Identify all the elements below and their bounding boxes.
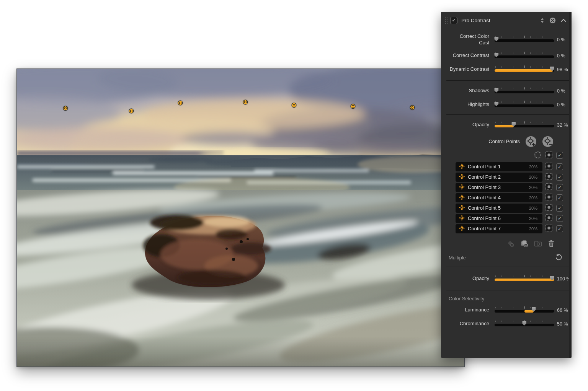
control-point-strength: 20%	[529, 226, 537, 231]
control-point-checkbox[interactable]: ✓	[556, 163, 563, 170]
control-point-move-icon	[459, 225, 465, 232]
slider-value: 32 %	[557, 122, 576, 128]
selection-circle-icon[interactable]	[534, 151, 542, 160]
add-control-point-button[interactable]	[525, 136, 537, 147]
filter-opacity-slider[interactable]	[495, 275, 554, 283]
control-point-markers-layer	[17, 69, 464, 367]
duplicate-control-point-icon[interactable]	[507, 240, 514, 248]
control-point-move-icon	[459, 163, 465, 170]
control-point-name: Control Point 7	[468, 226, 501, 231]
delete-control-point-icon[interactable]	[548, 240, 555, 248]
control-point-name: Control Point 6	[468, 215, 501, 221]
chrominance-slider[interactable]	[495, 320, 554, 328]
luminance-slider[interactable]	[495, 306, 554, 314]
slider-value: 0 %	[557, 102, 576, 108]
control-point-row[interactable]: Control Point 4 20% ✓	[456, 193, 563, 202]
control-point-marker[interactable]	[63, 106, 68, 111]
control-point-checkbox[interactable]: ✓	[556, 215, 563, 222]
slider-row-correct-contrast: Correct Contrast 0 %	[441, 52, 572, 60]
control-point-checkbox[interactable]: ✓	[556, 205, 563, 212]
control-point-move-icon	[459, 205, 465, 212]
remove-control-point-button[interactable]	[542, 136, 554, 147]
control-point-checkbox[interactable]: ✓	[556, 184, 563, 191]
slider-label: Highlights	[449, 101, 489, 108]
correct-color-cast-slider[interactable]	[495, 36, 554, 44]
pro-contrast-panel: ✓ Pro Contrast Correct Color Cast	[441, 12, 572, 358]
panel-header: ✓ Pro Contrast	[441, 12, 572, 29]
control-point-marker[interactable]	[129, 109, 134, 114]
control-point-name: Control Point 2	[468, 174, 501, 180]
control-point-name: Control Point 1	[468, 164, 501, 169]
slider-label: Opacity	[449, 275, 489, 282]
control-point-strength: 20%	[529, 206, 537, 210]
reorder-updown-icon[interactable]	[540, 18, 544, 23]
control-point-move-icon	[459, 194, 465, 201]
toggle-all-control-points-checkbox[interactable]: ✓	[556, 152, 563, 159]
remove-filter-icon[interactable]	[549, 17, 556, 24]
highlights-slider[interactable]	[495, 101, 554, 109]
slider-row-dynamic-contrast: Dynamic Contrast 98 %	[441, 65, 572, 74]
collapse-chevron-icon[interactable]	[561, 19, 566, 22]
show-mask-icon[interactable]	[546, 204, 552, 212]
selection-status-row: Multiple	[441, 254, 572, 262]
control-point-marker[interactable]	[243, 100, 248, 105]
slider-row-correct-color-cast: Correct Color Cast 0 %	[441, 33, 572, 46]
slider-value: 66 %	[557, 308, 576, 313]
show-mask-icon[interactable]	[546, 183, 552, 191]
control-point-row[interactable]: Control Point 6 20% ✓	[456, 214, 563, 223]
control-points-opacity-slider[interactable]	[495, 121, 554, 129]
control-point-row[interactable]: Control Point 1 20% ✓	[456, 162, 563, 171]
slider-value: 98 %	[557, 67, 576, 72]
control-point-marker[interactable]	[351, 104, 356, 109]
control-point-strength: 20%	[529, 175, 537, 179]
app-window: ✓ Pro Contrast Correct Color Cast	[0, 0, 588, 391]
slider-label: Correct Contrast	[449, 52, 489, 59]
panel-title: Pro Contrast	[461, 18, 490, 23]
slider-value: 0 %	[557, 37, 576, 42]
photo-canvas[interactable]	[17, 69, 464, 367]
slider-row-luminance: Luminance 66 %	[441, 306, 572, 314]
show-mask-icon[interactable]	[546, 214, 552, 222]
control-point-marker[interactable]	[178, 101, 183, 106]
slider-label: Dynamic Contrast	[449, 66, 489, 73]
slider-row-opacity-control-points: Opacity 32 %	[441, 121, 572, 129]
slider-value: 100 %	[557, 276, 576, 282]
control-point-marker[interactable]	[410, 105, 415, 110]
show-mask-icon[interactable]	[546, 225, 552, 233]
slider-label: Shadows	[449, 88, 489, 94]
shadows-slider[interactable]	[495, 87, 554, 95]
dynamic-contrast-slider[interactable]	[495, 65, 554, 74]
control-point-strength: 20%	[529, 165, 537, 169]
control-point-move-icon	[459, 215, 465, 222]
reset-icon[interactable]	[555, 254, 562, 262]
group-control-points-icon[interactable]	[520, 240, 528, 248]
filter-enabled-checkbox[interactable]: ✓	[450, 17, 457, 24]
scrollbar-gutter[interactable]	[569, 12, 572, 358]
control-point-move-icon	[459, 184, 465, 191]
show-mask-icon[interactable]	[546, 194, 552, 202]
control-point-row[interactable]: Control Point 5 20% ✓	[456, 204, 563, 213]
slider-value: 0 %	[557, 88, 576, 94]
control-point-row[interactable]: Control Point 2 20% ✓	[456, 173, 563, 182]
control-points-column-header: ✓	[441, 151, 563, 160]
control-points-actions	[441, 240, 555, 248]
slider-value: 50 %	[557, 321, 576, 327]
drag-grip-icon[interactable]	[445, 17, 448, 24]
show-mask-icon[interactable]	[546, 163, 552, 171]
control-point-row[interactable]: Control Point 3 20% ✓	[456, 183, 563, 192]
control-point-checkbox[interactable]: ✓	[556, 194, 563, 201]
slider-row-filter-opacity: Opacity 100 %	[441, 275, 572, 283]
control-point-strength: 20%	[529, 185, 537, 190]
show-mask-all-icon[interactable]	[546, 152, 552, 160]
show-mask-icon[interactable]	[546, 173, 552, 181]
folder-mask-icon[interactable]	[534, 240, 542, 247]
control-point-checkbox[interactable]: ✓	[556, 174, 563, 181]
correct-contrast-slider[interactable]	[495, 52, 554, 60]
control-point-marker[interactable]	[292, 103, 297, 108]
selection-status-label: Multiple	[449, 255, 466, 261]
control-point-row[interactable]: Control Point 7 20% ✓	[456, 224, 563, 233]
slider-row-shadows: Shadows 0 %	[441, 87, 572, 95]
slider-row-highlights: Highlights 0 %	[441, 101, 572, 109]
control-point-checkbox[interactable]: ✓	[556, 225, 563, 232]
slider-label: Correct Color Cast	[449, 33, 489, 46]
